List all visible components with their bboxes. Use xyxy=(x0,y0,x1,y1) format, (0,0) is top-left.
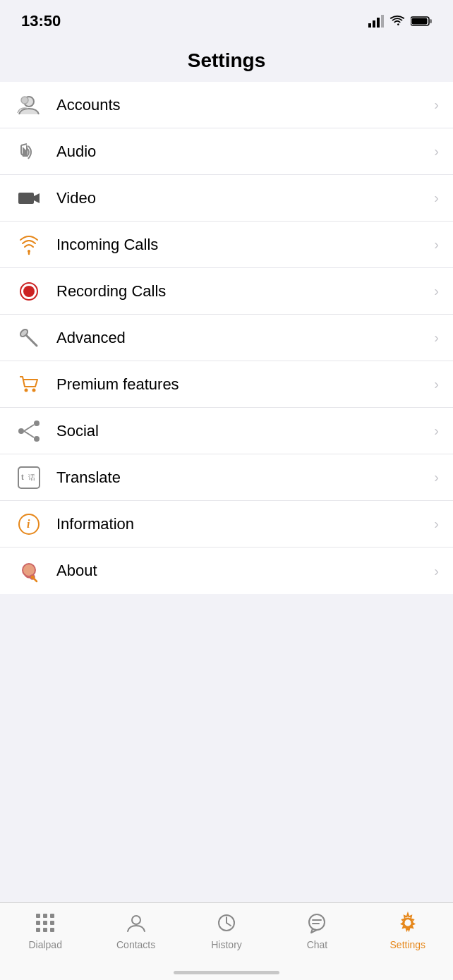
svg-rect-3 xyxy=(381,15,384,28)
settings-item-accounts[interactable]: Accounts › xyxy=(0,82,453,128)
dialpad-icon xyxy=(32,910,58,936)
translate-icon: t 话 xyxy=(11,460,47,495)
audio-label: Audio xyxy=(56,143,434,161)
history-icon xyxy=(214,910,239,936)
video-label: Video xyxy=(56,189,434,207)
svg-point-45 xyxy=(309,914,325,930)
information-label: Information xyxy=(56,515,434,533)
settings-item-translate[interactable]: t 话 Translate › xyxy=(0,454,453,501)
recording-calls-chevron: › xyxy=(434,283,439,299)
information-chevron: › xyxy=(434,516,439,532)
tab-item-chat[interactable]: Chat xyxy=(272,910,362,950)
status-time: 13:50 xyxy=(21,12,61,30)
settings-item-social[interactable]: Social › xyxy=(0,408,453,454)
svg-rect-5 xyxy=(430,19,432,23)
svg-point-8 xyxy=(21,97,28,104)
tab-settings-label: Settings xyxy=(390,939,426,950)
translate-chevron: › xyxy=(434,469,439,485)
svg-line-22 xyxy=(24,425,34,431)
about-chevron: › xyxy=(434,563,439,579)
page-header: Settings xyxy=(0,42,453,82)
advanced-label: Advanced xyxy=(56,329,434,347)
settings-item-information[interactable]: i Information › xyxy=(0,501,453,548)
settings-list: Accounts › Audio › Video › xyxy=(0,82,453,594)
svg-point-14 xyxy=(23,286,35,297)
svg-rect-39 xyxy=(43,928,47,932)
svg-line-9 xyxy=(21,144,27,145)
settings-item-advanced[interactable]: Advanced › xyxy=(0,315,453,361)
incoming-calls-chevron: › xyxy=(434,236,439,253)
incoming-calls-label: Incoming Calls xyxy=(56,236,434,254)
incoming-calls-icon xyxy=(11,227,47,262)
status-bar: 13:50 xyxy=(0,0,453,42)
chat-icon xyxy=(304,910,330,936)
about-icon xyxy=(11,553,47,588)
svg-rect-33 xyxy=(43,914,47,918)
home-indicator xyxy=(174,971,279,974)
information-icon: i xyxy=(11,507,47,542)
svg-rect-32 xyxy=(36,914,40,918)
svg-text:话: 话 xyxy=(28,473,35,481)
accounts-label: Accounts xyxy=(56,96,434,114)
tab-item-contacts[interactable]: Contacts xyxy=(90,910,181,950)
svg-text:t: t xyxy=(21,473,24,481)
recording-calls-icon xyxy=(11,274,47,309)
svg-line-23 xyxy=(24,431,34,437)
svg-rect-37 xyxy=(50,921,54,925)
tab-chat-label: Chat xyxy=(307,939,328,950)
settings-item-about[interactable]: About › xyxy=(0,548,453,594)
advanced-icon xyxy=(11,320,47,356)
svg-point-41 xyxy=(132,916,140,924)
settings-item-incoming-calls[interactable]: Incoming Calls › xyxy=(0,222,453,268)
recording-calls-label: Recording Calls xyxy=(56,282,434,301)
settings-item-video[interactable]: Video › xyxy=(0,175,453,222)
svg-point-18 xyxy=(32,388,36,392)
svg-point-21 xyxy=(18,428,24,434)
svg-rect-0 xyxy=(368,23,371,28)
svg-rect-40 xyxy=(50,928,54,932)
settings-tab-icon xyxy=(395,910,421,936)
contacts-icon xyxy=(123,910,149,936)
svg-line-31 xyxy=(34,579,37,581)
status-icons xyxy=(368,15,432,28)
svg-point-17 xyxy=(25,388,28,392)
accounts-icon xyxy=(11,87,47,123)
tab-item-history[interactable]: History xyxy=(181,910,272,950)
social-label: Social xyxy=(56,422,434,440)
settings-item-audio[interactable]: Audio › xyxy=(0,128,453,175)
tab-dialpad-label: Dialpad xyxy=(28,939,61,950)
svg-rect-1 xyxy=(373,20,375,28)
premium-features-label: Premium features xyxy=(56,375,434,394)
about-label: About xyxy=(56,562,434,580)
settings-item-premium-features[interactable]: Premium features › xyxy=(0,361,453,408)
social-chevron: › xyxy=(434,423,439,439)
svg-line-16 xyxy=(27,336,37,346)
svg-rect-2 xyxy=(377,18,380,28)
signal-icon xyxy=(368,15,384,28)
svg-text:i: i xyxy=(27,518,30,530)
audio-chevron: › xyxy=(434,143,439,159)
video-icon xyxy=(11,181,47,216)
audio-icon xyxy=(11,134,47,169)
advanced-chevron: › xyxy=(434,329,439,346)
battery-icon xyxy=(411,16,432,27)
svg-rect-10 xyxy=(18,193,34,204)
social-icon xyxy=(11,413,47,449)
settings-item-recording-calls[interactable]: Recording Calls › xyxy=(0,268,453,315)
tab-history-label: History xyxy=(211,939,242,950)
svg-rect-34 xyxy=(50,914,54,918)
accounts-chevron: › xyxy=(434,97,439,113)
video-chevron: › xyxy=(434,190,439,206)
svg-rect-6 xyxy=(412,18,428,25)
tab-contacts-label: Contacts xyxy=(116,939,155,950)
tab-item-settings[interactable]: Settings xyxy=(363,910,453,950)
svg-rect-38 xyxy=(36,928,40,932)
wifi-icon xyxy=(389,15,405,28)
tab-bar: Dialpad Contacts History xyxy=(0,902,453,980)
svg-point-20 xyxy=(34,436,40,442)
svg-point-19 xyxy=(34,421,40,426)
tab-item-dialpad[interactable]: Dialpad xyxy=(0,910,90,950)
translate-label: Translate xyxy=(56,468,434,487)
svg-point-48 xyxy=(404,919,412,927)
premium-features-icon xyxy=(11,367,47,402)
